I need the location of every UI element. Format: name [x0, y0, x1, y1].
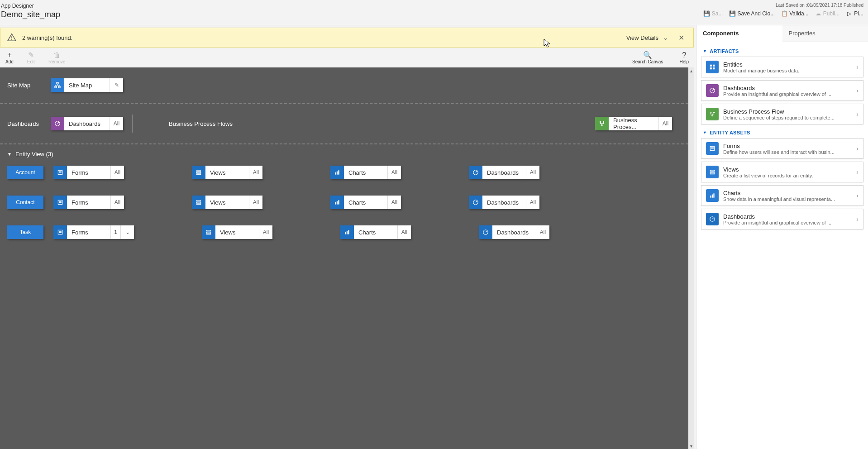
dashboards-count[interactable]: All [526, 196, 539, 209]
svg-rect-37 [348, 230, 349, 234]
gauge-icon [706, 213, 719, 225]
charts-tile[interactable]: ChartsAll [330, 166, 401, 179]
chevron-right-icon: › [856, 192, 858, 199]
charts-label: Charts [344, 166, 387, 179]
chart-icon [340, 225, 354, 239]
entity-contact[interactable]: Contact [7, 196, 43, 209]
publish-button[interactable]: ☁ Publi... [815, 10, 840, 17]
scroll-up-icon[interactable]: ▴ [688, 67, 694, 74]
play-button[interactable]: ▷ Pl... [846, 10, 863, 17]
dashboards-tile[interactable]: Dashboards All [51, 117, 123, 130]
play-icon: ▷ [846, 10, 852, 17]
edit-button[interactable]: ✎ Edit [24, 50, 38, 65]
forms-dropdown[interactable]: ⌄ [120, 225, 134, 239]
side-panel: Components Properties ▼ ARTIFACTS Entiti… [696, 25, 868, 449]
forms-count[interactable]: 1 [110, 225, 120, 239]
component-forms[interactable]: Forms Define how users will see and inte… [701, 138, 863, 159]
svg-point-7 [603, 121, 604, 122]
svg-rect-22 [196, 201, 200, 201]
add-button[interactable]: ＋ Add [3, 50, 16, 65]
svg-rect-33 [206, 232, 210, 233]
vertical-scrollbar[interactable]: ▴ ▾ [688, 67, 694, 449]
views-count[interactable]: All [249, 166, 262, 179]
forms-count[interactable]: All [110, 196, 124, 209]
grid-icon [706, 61, 719, 73]
scroll-down-icon[interactable]: ▾ [688, 443, 694, 449]
charts-count[interactable]: All [387, 196, 401, 209]
dashboards-tile[interactable]: DashboardsAll [479, 225, 549, 239]
forms-count[interactable]: All [110, 166, 124, 179]
close-icon[interactable]: ✕ [676, 33, 687, 42]
group-entity-assets[interactable]: ▼ ENTITY ASSETS [701, 127, 863, 138]
form-icon [53, 166, 67, 179]
save-button[interactable]: 💾 Sa... [704, 10, 723, 17]
chart-icon [706, 189, 719, 202]
view-details-link[interactable]: View Details [626, 34, 658, 41]
svg-rect-54 [712, 195, 713, 198]
dashboards-tile[interactable]: DashboardsAll [469, 196, 539, 209]
edit-sitemap-button[interactable]: ✎ [110, 78, 123, 92]
charts-tile[interactable]: ChartsAll [340, 225, 411, 239]
svg-rect-34 [206, 234, 210, 234]
charts-tile[interactable]: ChartsAll [330, 196, 401, 209]
entity-view-toggle[interactable]: ▼ Entity View (3) [7, 151, 681, 158]
group-artifacts[interactable]: ▼ ARTIFACTS [701, 46, 863, 57]
save-and-close-button[interactable]: 💾 Save And Clo... [729, 10, 775, 17]
views-count[interactable]: All [259, 225, 272, 239]
component-entity-dashboards[interactable]: Dashboards Provide an insightful and gra… [701, 209, 863, 229]
tab-components[interactable]: Components [696, 25, 782, 42]
gauge-icon [469, 166, 482, 179]
charts-count[interactable]: All [387, 166, 401, 179]
component-dashboards[interactable]: Dashboards Provide an insightful and gra… [701, 80, 863, 101]
views-tile[interactable]: ViewsAll [192, 196, 262, 209]
forms-tile[interactable]: FormsAll [53, 166, 124, 179]
bpf-tile[interactable]: Business Proces... All [595, 117, 672, 130]
forms-tile[interactable]: Forms1⌄ [53, 225, 134, 239]
list-icon [202, 225, 215, 239]
views-count[interactable]: All [249, 196, 262, 209]
svg-rect-24 [196, 204, 200, 205]
sitemap-label: Site Map [7, 82, 51, 89]
entity-account[interactable]: Account [7, 166, 43, 179]
svg-point-6 [600, 121, 601, 122]
component-bpf[interactable]: Business Process Flow Define a sequence … [701, 104, 863, 124]
views-tile[interactable]: ViewsAll [202, 225, 272, 239]
svg-rect-2 [57, 82, 58, 84]
svg-rect-3 [55, 86, 57, 88]
form-icon [53, 196, 67, 209]
entity-task[interactable]: Task [7, 225, 43, 239]
dashboards-count[interactable]: All [536, 225, 549, 239]
last-saved-text: Last Saved on :01/09/2021 17:18 Publishe… [776, 3, 863, 8]
svg-rect-50 [710, 170, 714, 171]
help-button[interactable]: ? Help [677, 50, 692, 65]
svg-rect-23 [196, 202, 200, 203]
remove-button[interactable]: 🗑 Remove [46, 50, 68, 65]
dashboards-count[interactable]: All [110, 117, 123, 130]
sitemap-tile[interactable]: Site Map ✎ [51, 78, 123, 92]
flow-icon [595, 117, 609, 130]
forms-label: Forms [67, 196, 110, 209]
chevron-down-icon[interactable]: ⌄ [663, 34, 668, 41]
forms-tile[interactable]: FormsAll [53, 196, 124, 209]
chevron-right-icon: › [856, 87, 858, 94]
gauge-icon [51, 117, 64, 130]
dashboards-count[interactable]: All [526, 166, 539, 179]
views-tile[interactable]: ViewsAll [192, 166, 262, 179]
flow-icon [706, 108, 719, 120]
chevron-right-icon: › [856, 145, 858, 152]
list-icon [192, 196, 205, 209]
charts-count[interactable]: All [397, 225, 411, 239]
component-charts[interactable]: Charts Show data in a meaningful and vis… [701, 185, 863, 206]
validate-button[interactable]: 📋 Valida... [781, 10, 808, 17]
dashboards-tile[interactable]: DashboardsAll [469, 166, 539, 179]
svg-point-46 [712, 115, 713, 116]
search-canvas-button[interactable]: 🔍 Search Canvas [630, 50, 666, 65]
gauge-icon [479, 225, 492, 239]
bpf-count[interactable]: All [658, 117, 672, 130]
svg-rect-41 [710, 67, 712, 69]
tab-properties[interactable]: Properties [782, 25, 868, 42]
svg-rect-39 [710, 65, 712, 67]
component-views[interactable]: Views Create a list view of records for … [701, 162, 863, 182]
list-icon [192, 166, 205, 179]
component-entities[interactable]: Entities Model and manage business data.… [701, 57, 863, 77]
